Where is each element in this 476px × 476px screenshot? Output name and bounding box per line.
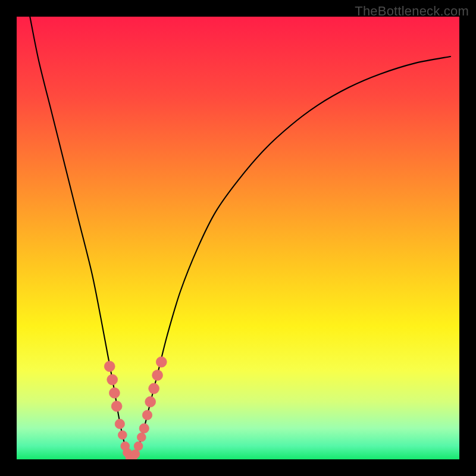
outer-frame: TheBottleneck.com	[0, 0, 476, 476]
data-marker	[152, 370, 163, 381]
plot-area	[17, 17, 459, 459]
data-marker	[118, 431, 127, 440]
data-marker	[142, 410, 152, 419]
watermark-text: TheBottleneck.com	[355, 4, 469, 19]
data-marker	[134, 441, 143, 450]
data-marker	[107, 374, 118, 385]
data-marker	[109, 387, 120, 398]
data-marker	[156, 356, 167, 367]
data-marker	[149, 383, 159, 394]
data-marker	[139, 424, 149, 433]
data-marker	[145, 396, 156, 407]
markers-group	[104, 356, 167, 459]
bottleneck-curve	[30, 17, 450, 459]
data-marker	[131, 450, 140, 459]
data-marker	[111, 401, 122, 412]
data-marker	[137, 433, 146, 441]
data-marker	[115, 419, 124, 428]
chart-svg	[17, 17, 459, 459]
data-marker	[104, 361, 115, 372]
